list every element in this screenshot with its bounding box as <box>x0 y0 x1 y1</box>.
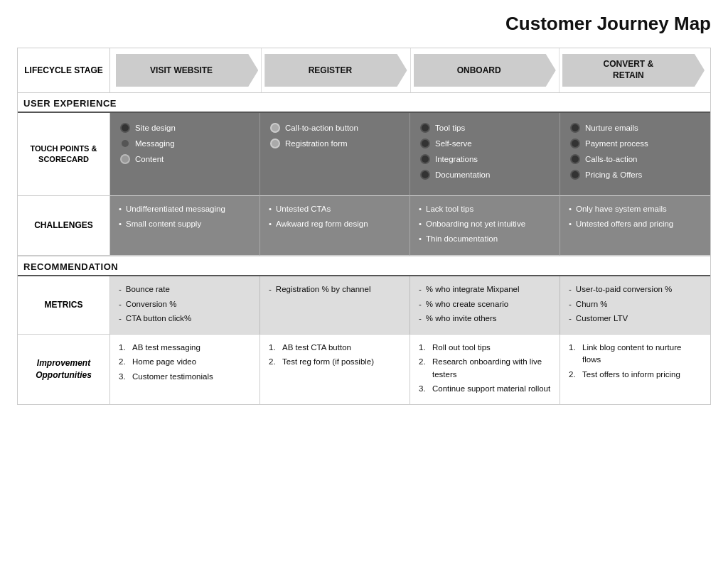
recommendation-header: RECOMMENDATION <box>18 256 710 276</box>
tp-item: Registration form <box>270 139 401 148</box>
touchpoints-col-4: Nurture emails Payment process Calls-to-… <box>560 113 710 196</box>
tp-item: Nurture emails <box>570 123 702 133</box>
lifecycle-label: LIFECYCLE STAGE <box>18 48 110 92</box>
stage-onboard: ONBOARD <box>411 48 560 92</box>
touchpoints-col-3: Tool tips Self-serve Integrations Docume… <box>410 113 560 196</box>
tp-item: Integrations <box>420 154 551 164</box>
touchpoints-col-2: Call-to-action button Registration form <box>260 113 410 196</box>
tp-item: Calls-to-action <box>570 154 702 164</box>
improvements-col-2: 1. AB test CTA button 2. Test reg form (… <box>260 335 410 404</box>
tp-item: Tool tips <box>420 123 551 133</box>
metrics-col-4: - User-to-paid conversion % - Churn % - … <box>560 276 710 335</box>
stage-visit-website: VISIT WEBSITE <box>110 48 262 92</box>
improvements-col-4: 1. Link blog content to nurture flows 2.… <box>560 335 710 404</box>
tp-item: Site design <box>120 123 251 133</box>
metrics-col-1: - Bounce rate - Conversion % - CTA butto… <box>110 276 260 335</box>
tp-item: Documentation <box>420 170 551 180</box>
improvements-col-1: 1. AB test messaging 2. Home page video … <box>110 335 260 404</box>
tp-item: Payment process <box>570 139 702 148</box>
tp-item: Content <box>120 154 251 164</box>
page: Customer Journey Map LIFECYCLE STAGE VIS… <box>0 0 728 418</box>
user-experience-header: USER EXPERIENCE <box>18 93 710 113</box>
tp-item: Pricing & Offers <box>570 170 702 180</box>
challenges-col-2: • Untested CTAs • Awkward reg form desig… <box>260 196 410 256</box>
tp-item: Messaging <box>120 139 251 148</box>
challenges-col-3: • Lack tool tips • Onboarding not yet in… <box>410 196 560 256</box>
improvements-col-3: 1. Roll out tool tips 2. Research onboar… <box>410 335 560 404</box>
metrics-col-2: - Registration % by channel <box>260 276 410 335</box>
challenges-col-1: • Undifferentiated messaging • Small con… <box>110 196 260 256</box>
stage-register: REGISTER <box>262 48 410 92</box>
metrics-col-3: - % who integrate Mixpanel - % who creat… <box>410 276 560 335</box>
lifecycle-header: LIFECYCLE STAGE VISIT WEBSITE REGISTER O… <box>18 48 710 93</box>
challenges-col-4: • Only have system emails • Untested off… <box>560 196 710 256</box>
touchpoints-label: TOUCH POINTS & SCORECARD <box>18 113 110 196</box>
tp-item: Self-serve <box>420 139 551 148</box>
stage-convert-retain: CONVERT &RETAIN <box>560 48 710 92</box>
page-title: Customer Journey Map <box>17 13 711 35</box>
metrics-label: METRICS <box>18 276 110 335</box>
touchpoints-col-1: Site design Messaging Content <box>110 113 260 196</box>
journey-map-grid: LIFECYCLE STAGE VISIT WEBSITE REGISTER O… <box>17 48 711 405</box>
challenges-label: CHALLENGES <box>18 196 110 256</box>
tp-item: Call-to-action button <box>270 123 401 133</box>
improvements-label: Improvement Opportunities <box>18 335 110 404</box>
